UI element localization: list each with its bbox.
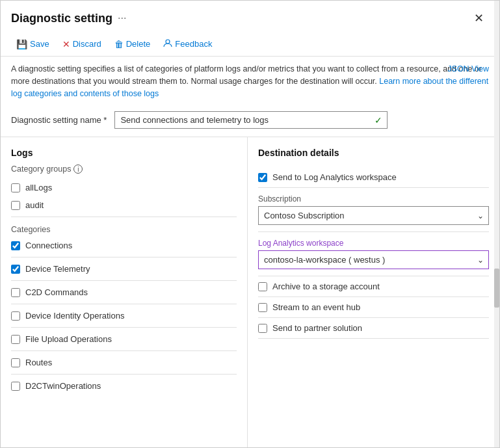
file-upload-label: File Upload Operations (25, 334, 112, 344)
audit-item: audit (11, 196, 237, 214)
logs-title: Logs (11, 148, 237, 158)
diagnostic-setting-dialog: Diagnostic setting ··· ✕ 💾 Save ✕ Discar… (0, 0, 500, 448)
workspace-label: Log Analytics workspace (258, 239, 489, 248)
scrollbar-thumb[interactable] (494, 269, 499, 308)
device-telemetry-item: Device Telemetry (11, 260, 237, 278)
event-hub-checkbox[interactable] (258, 303, 267, 312)
archive-storage-row: Archive to a storage account (258, 276, 489, 297)
device-telemetry-checkbox[interactable] (11, 265, 20, 274)
dialog-title: Diagnostic setting (11, 12, 112, 25)
d2ctwin-item: D2CTwinOperations (11, 377, 237, 395)
audit-checkbox[interactable] (11, 201, 20, 210)
allLogs-checkbox[interactable] (11, 183, 20, 192)
category-groups-label: Category groups i (11, 165, 237, 174)
workspace-select[interactable]: contoso-la-workspace ( westus ) (258, 250, 489, 269)
destination-title: Destination details (258, 148, 489, 158)
device-identity-checkbox[interactable] (11, 311, 20, 321)
partner-solution-row: Send to partner solution (258, 318, 489, 339)
archive-storage-label: Archive to a storage account (272, 282, 380, 291)
info-bar: A diagnostic setting specifies a list of… (1, 57, 499, 106)
info-text: A diagnostic setting specifies a list of… (11, 64, 488, 98)
main-content: Logs Category groups i allLogs audit Cat… (1, 137, 499, 447)
divider-4 (11, 304, 237, 304)
partner-solution-checkbox[interactable] (258, 324, 267, 333)
learn-more-link[interactable]: Learn more about the different log categ… (11, 77, 488, 98)
partner-solution-label: Send to partner solution (272, 323, 362, 333)
device-identity-item: Device Identity Operations (11, 307, 237, 324)
device-identity-label: Device Identity Operations (25, 311, 124, 321)
c2d-commands-checkbox[interactable] (11, 288, 20, 297)
d2ctwin-label: D2CTwinOperations (25, 381, 101, 391)
file-upload-checkbox[interactable] (11, 335, 20, 344)
connections-item: Connections (11, 237, 237, 254)
ellipsis: ··· (118, 12, 126, 24)
c2d-commands-item: C2D Commands (11, 283, 237, 301)
json-view-link[interactable]: JSON View (447, 63, 489, 75)
d2ctwin-checkbox[interactable] (11, 382, 20, 391)
divider-7 (11, 374, 237, 375)
log-analytics-row: Send to Log Analytics workspace (258, 167, 489, 188)
event-hub-label: Stream to an event hub (272, 302, 360, 312)
feedback-label: Feedback (175, 39, 212, 49)
device-telemetry-label: Device Telemetry (25, 264, 90, 274)
close-button[interactable]: ✕ (469, 10, 489, 27)
divider-6 (11, 350, 237, 351)
workspace-section: Log Analytics workspace contoso-la-works… (258, 232, 489, 276)
subscription-select[interactable]: Contoso Subscription (258, 206, 489, 225)
save-icon: 💾 (16, 39, 27, 49)
feedback-button[interactable]: Feedback (158, 36, 217, 52)
subscription-section: Subscription Contoso Subscription ⌄ (258, 188, 489, 232)
divider-1 (11, 217, 237, 217)
subscription-label: Subscription (258, 194, 489, 204)
connections-checkbox[interactable] (11, 241, 20, 250)
discard-icon: ✕ (62, 39, 70, 49)
connections-label: Connections (25, 241, 72, 250)
archive-storage-checkbox[interactable] (258, 282, 267, 291)
title-bar: Diagnostic setting ··· ✕ (1, 1, 499, 32)
allLogs-item: allLogs (11, 179, 237, 196)
setting-name-input[interactable] (114, 111, 388, 129)
subscription-select-wrapper: Contoso Subscription ⌄ (258, 206, 489, 225)
categories-label: Categories (11, 225, 237, 234)
log-analytics-label: Send to Log Analytics workspace (272, 172, 397, 182)
c2d-commands-label: C2D Commands (25, 287, 88, 297)
discard-label: Discard (73, 39, 101, 49)
scrollbar-track[interactable] (494, 137, 499, 447)
routes-label: Routes (25, 358, 52, 367)
save-label: Save (30, 39, 49, 49)
routes-checkbox[interactable] (11, 358, 20, 367)
discard-button[interactable]: ✕ Discard (57, 36, 107, 52)
audit-label: audit (25, 200, 44, 210)
delete-icon: 🗑 (114, 39, 124, 49)
routes-item: Routes (11, 354, 237, 371)
logs-panel: Logs Category groups i allLogs audit Cat… (1, 137, 248, 447)
delete-button[interactable]: 🗑 Delete (109, 36, 156, 52)
delete-label: Delete (126, 39, 151, 49)
log-analytics-checkbox[interactable] (258, 173, 267, 182)
check-icon: ✓ (375, 115, 382, 125)
workspace-select-wrapper: contoso-la-workspace ( westus ) ⌄ (258, 250, 489, 269)
save-button[interactable]: 💾 Save (11, 36, 55, 52)
divider-2 (11, 257, 237, 257)
setting-name-input-wrapper: ✓ (114, 111, 388, 129)
toolbar: 💾 Save ✕ Discard 🗑 Delete Feedback (1, 32, 499, 57)
feedback-icon (163, 38, 172, 49)
destination-panel: Destination details Send to Log Analytic… (248, 137, 499, 447)
svg-point-0 (166, 40, 170, 44)
file-upload-item: File Upload Operations (11, 330, 237, 348)
allLogs-label: allLogs (25, 183, 52, 192)
category-groups-info-icon[interactable]: i (73, 165, 83, 174)
setting-name-row: Diagnostic setting name * ✓ (1, 106, 499, 137)
divider-5 (11, 327, 237, 328)
divider-3 (11, 280, 237, 281)
event-hub-row: Stream to an event hub (258, 297, 489, 318)
setting-name-label: Diagnostic setting name * (11, 115, 107, 125)
